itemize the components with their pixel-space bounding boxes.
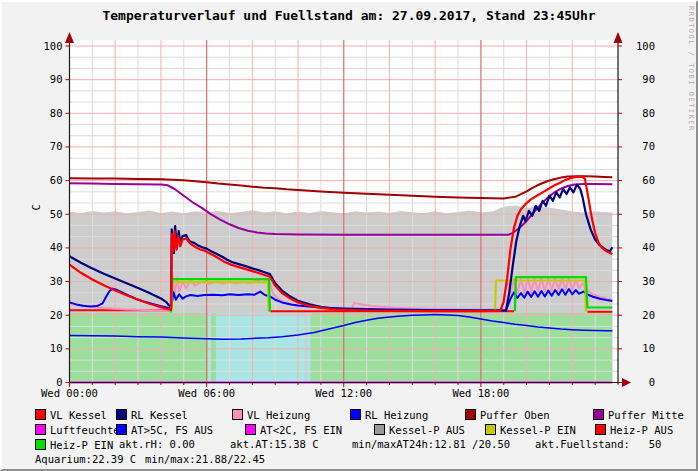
legend-item-min-max-21-88-22-45: min/max:21.88/22.45 [145,453,265,465]
legend-item-at-2c-fs-ein: AT<2C, FS EIN [245,423,342,436]
legend-label: min/max:21.88/22.45 [145,453,265,465]
legend-item-rl-heizung: RL Heizung [350,408,428,421]
legend-item-kessel-p-ein: Kessel-P EIN [485,423,576,436]
legend-label: min/maxAT24h:12.81 /20.50 [352,438,510,450]
legend-item-aquarium-22-39-c: Aquarium:22.39 C [35,453,136,465]
legend-item-luftfeuchte: Luftfeuchte [35,423,120,436]
legend-item-heiz-p-ein: Heiz-P EIN [35,438,113,451]
legend-swatch [116,409,127,420]
legend-label: Aquarium:22.39 C [35,453,136,465]
legend-swatch [593,409,604,420]
legend-label: Puffer Mitte [608,409,684,421]
legend-item-min-maxat24h-12-81-20-50: min/maxAT24h:12.81 /20.50 [352,438,510,450]
legend-item-heiz-p-aus: Heiz-P AUS [595,423,673,436]
legend-swatch [595,424,606,435]
legend-label: Puffer Oben [480,409,550,421]
legend-label: Kessel-P EIN [500,424,576,436]
legend-swatch [245,424,256,435]
legend-label: VL Heizung [247,409,310,421]
legend-item-akt-fuellstand-50: akt.Fuellstand: 50 [535,438,661,450]
legend-item-vl-heizung: VL Heizung [232,408,310,421]
legend-swatch [35,409,46,420]
legend-item-rl-kessel: RL Kessel [116,408,188,421]
legend-row: Heiz-P EINakt.rH: 0.00akt.AT:15.38 Cmin/… [2,438,698,452]
legend-swatch [35,424,46,435]
legend-swatch [465,409,476,420]
legend-label: AT<2C, FS EIN [260,424,342,436]
legend-label: Kessel-P AUS [389,424,465,436]
legend-label: VL Kessel [50,409,107,421]
legend-swatch [35,439,46,450]
legend-swatch [232,409,243,420]
rrd-graph-image: Temperaturverlauf und Fuellstand am: 27.… [0,0,698,471]
legend-item-akt-rh-0-00: akt.rH: 0.00 [119,438,195,450]
legend-row: VL KesselRL KesselVL HeizungRL HeizungPu… [2,408,698,422]
legend-swatch [350,409,361,420]
legend-label: akt.AT:15.38 C [230,438,319,450]
legend-label: Luftfeuchte [50,424,120,436]
legend-item-vl-kessel: VL Kessel [35,408,107,421]
legend-label: RL Heizung [365,409,428,421]
legend-label: akt.Fuellstand: 50 [535,438,661,450]
legend-swatch [485,424,496,435]
legend-label: Heiz-P AUS [610,424,673,436]
legend-item-at-5c-fs-aus: AT>5C, FS AUS [116,423,213,436]
legend: VL KesselRL KesselVL HeizungRL HeizungPu… [2,2,698,471]
legend-row: LuftfeuchteAT>5C, FS AUSAT<2C, FS EINKes… [2,423,698,437]
legend-swatch [116,424,127,435]
legend-label: AT>5C, FS AUS [131,424,213,436]
legend-item-akt-at-15-38-c: akt.AT:15.38 C [230,438,319,450]
legend-row: Aquarium:22.39 Cmin/max:21.88/22.45 [2,453,698,467]
legend-label: Heiz-P EIN [50,439,113,451]
legend-item-puffer-oben: Puffer Oben [465,408,550,421]
legend-item-puffer-mitte: Puffer Mitte [593,408,684,421]
legend-label: akt.rH: 0.00 [119,438,195,450]
legend-swatch [374,424,385,435]
legend-label: RL Kessel [131,409,188,421]
legend-item-kessel-p-aus: Kessel-P AUS [374,423,465,436]
